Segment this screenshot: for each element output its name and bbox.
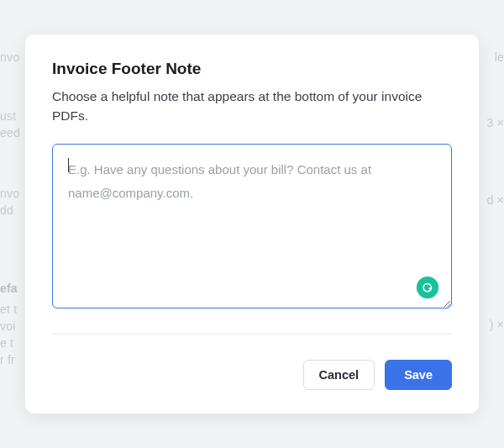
modal-title: Invoice Footer Note [52,60,452,78]
save-button[interactable]: Save [385,360,452,390]
modal-actions: Cancel Save [52,360,452,390]
bg-fragment: voi [0,319,16,333]
bg-fragment: ) × [490,318,504,331]
bg-fragment: e t [0,336,13,350]
cancel-button[interactable]: Cancel [303,360,375,390]
bg-fragment: 3 × [487,116,504,129]
bg-fragment: r fr [0,353,15,366]
bg-fragment: nvo [0,50,19,64]
modal-description: Choose a helpful note that appears at th… [52,87,452,126]
bg-fragment: efa [0,282,18,295]
invoice-footer-note-modal: Invoice Footer Note Choose a helpful not… [25,34,479,414]
divider [52,334,452,335]
bg-fragment: ust [0,109,16,123]
bg-fragment: eed [0,126,20,140]
bg-fragment: d × [487,193,504,207]
text-cursor [68,158,69,172]
bg-fragment: le [495,50,504,64]
bg-fragment: dd [0,203,13,217]
footer-note-textarea[interactable] [52,144,452,308]
bg-fragment: nvo [0,187,19,200]
textarea-wrapper [52,144,452,312]
bg-fragment: et t [0,303,17,316]
